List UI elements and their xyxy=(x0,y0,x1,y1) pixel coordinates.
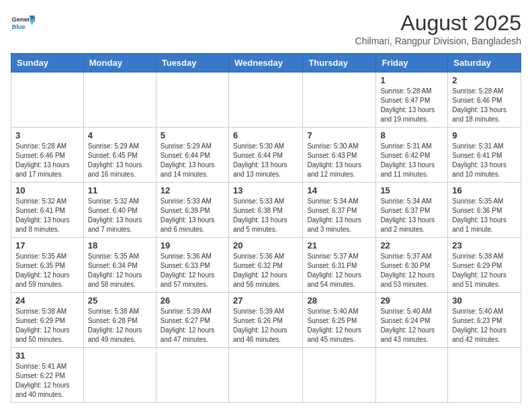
day-info: Sunrise: 5:38 AM Sunset: 6:28 PM Dayligh… xyxy=(88,307,152,345)
svg-text:Blue: Blue xyxy=(11,24,25,30)
day-info: Sunrise: 5:30 AM Sunset: 6:43 PM Dayligh… xyxy=(307,142,371,179)
day-info: Sunrise: 5:37 AM Sunset: 6:30 PM Dayligh… xyxy=(380,252,443,289)
calendar-cell xyxy=(376,348,448,403)
day-number: 4 xyxy=(88,130,152,140)
calendar-cell xyxy=(303,73,376,128)
calendar-cell: 11Sunrise: 5:32 AM Sunset: 6:40 PM Dayli… xyxy=(83,183,156,238)
calendar-cell: 17Sunrise: 5:35 AM Sunset: 6:35 PM Dayli… xyxy=(11,238,84,293)
day-number: 23 xyxy=(452,240,517,250)
calendar-cell: 6Sunrise: 5:30 AM Sunset: 6:44 PM Daylig… xyxy=(228,128,302,183)
calendar-cell: 12Sunrise: 5:33 AM Sunset: 6:39 PM Dayli… xyxy=(156,183,228,238)
day-header-wednesday: Wednesday xyxy=(228,54,302,73)
day-number: 16 xyxy=(452,185,517,195)
calendar-cell xyxy=(156,73,228,128)
day-info: Sunrise: 5:31 AM Sunset: 6:41 PM Dayligh… xyxy=(452,142,517,179)
calendar-cell: 25Sunrise: 5:38 AM Sunset: 6:28 PM Dayli… xyxy=(83,293,156,348)
day-number: 17 xyxy=(15,240,79,250)
day-info: Sunrise: 5:36 AM Sunset: 6:32 PM Dayligh… xyxy=(233,252,298,289)
calendar-table: SundayMondayTuesdayWednesdayThursdayFrid… xyxy=(11,53,521,403)
day-number: 7 xyxy=(307,130,371,140)
month-year-title: August 2025 xyxy=(355,11,521,36)
day-info: Sunrise: 5:40 AM Sunset: 6:23 PM Dayligh… xyxy=(452,307,517,345)
calendar-cell: 26Sunrise: 5:39 AM Sunset: 6:27 PM Dayli… xyxy=(156,293,228,348)
calendar-week-row: 3Sunrise: 5:28 AM Sunset: 6:46 PM Daylig… xyxy=(11,128,521,183)
day-info: Sunrise: 5:39 AM Sunset: 6:26 PM Dayligh… xyxy=(233,307,298,345)
day-info: Sunrise: 5:40 AM Sunset: 6:25 PM Dayligh… xyxy=(307,307,371,345)
day-number: 6 xyxy=(233,130,298,140)
day-number: 27 xyxy=(233,295,298,306)
calendar-cell: 27Sunrise: 5:39 AM Sunset: 6:26 PM Dayli… xyxy=(228,293,302,348)
day-info: Sunrise: 5:41 AM Sunset: 6:22 PM Dayligh… xyxy=(15,362,79,400)
logo: General Blue xyxy=(11,11,35,35)
day-header-sunday: Sunday xyxy=(11,54,84,73)
day-number: 14 xyxy=(307,185,371,195)
calendar-cell: 19Sunrise: 5:36 AM Sunset: 6:33 PM Dayli… xyxy=(156,238,228,293)
day-header-tuesday: Tuesday xyxy=(156,54,228,73)
day-header-friday: Friday xyxy=(376,54,448,73)
calendar-cell: 1Sunrise: 5:28 AM Sunset: 6:47 PM Daylig… xyxy=(376,73,448,128)
day-info: Sunrise: 5:33 AM Sunset: 6:38 PM Dayligh… xyxy=(233,197,298,234)
calendar-week-row: 17Sunrise: 5:35 AM Sunset: 6:35 PM Dayli… xyxy=(11,238,521,293)
day-number: 11 xyxy=(88,185,152,195)
day-info: Sunrise: 5:34 AM Sunset: 6:37 PM Dayligh… xyxy=(380,197,443,234)
calendar-header-row: SundayMondayTuesdayWednesdayThursdayFrid… xyxy=(11,54,521,73)
day-number: 28 xyxy=(307,295,371,306)
day-info: Sunrise: 5:35 AM Sunset: 6:34 PM Dayligh… xyxy=(88,252,152,289)
day-number: 29 xyxy=(380,295,443,306)
calendar-cell: 10Sunrise: 5:32 AM Sunset: 6:41 PM Dayli… xyxy=(11,183,84,238)
calendar-cell xyxy=(11,73,84,128)
calendar-cell: 31Sunrise: 5:41 AM Sunset: 6:22 PM Dayli… xyxy=(11,348,84,403)
day-number: 9 xyxy=(452,130,517,140)
calendar-cell: 5Sunrise: 5:29 AM Sunset: 6:44 PM Daylig… xyxy=(156,128,228,183)
calendar-week-row: 1Sunrise: 5:28 AM Sunset: 6:47 PM Daylig… xyxy=(11,73,521,128)
calendar-cell: 3Sunrise: 5:28 AM Sunset: 6:46 PM Daylig… xyxy=(11,128,84,183)
title-section: August 2025 Chilmari, Rangpur Division, … xyxy=(355,11,521,46)
day-header-monday: Monday xyxy=(83,54,156,73)
calendar-cell xyxy=(83,348,156,403)
day-info: Sunrise: 5:39 AM Sunset: 6:27 PM Dayligh… xyxy=(161,307,224,345)
calendar-cell: 21Sunrise: 5:37 AM Sunset: 6:31 PM Dayli… xyxy=(303,238,376,293)
day-info: Sunrise: 5:29 AM Sunset: 6:44 PM Dayligh… xyxy=(161,142,224,179)
calendar-cell xyxy=(228,73,302,128)
day-info: Sunrise: 5:40 AM Sunset: 6:24 PM Dayligh… xyxy=(380,307,443,345)
day-info: Sunrise: 5:33 AM Sunset: 6:39 PM Dayligh… xyxy=(161,197,224,234)
calendar-cell: 28Sunrise: 5:40 AM Sunset: 6:25 PM Dayli… xyxy=(303,293,376,348)
calendar-cell: 23Sunrise: 5:38 AM Sunset: 6:29 PM Dayli… xyxy=(448,238,521,293)
day-header-saturday: Saturday xyxy=(448,54,521,73)
day-number: 22 xyxy=(380,240,443,250)
calendar-cell: 30Sunrise: 5:40 AM Sunset: 6:23 PM Dayli… xyxy=(448,293,521,348)
day-info: Sunrise: 5:35 AM Sunset: 6:36 PM Dayligh… xyxy=(452,197,517,234)
calendar-cell: 13Sunrise: 5:33 AM Sunset: 6:38 PM Dayli… xyxy=(228,183,302,238)
calendar-cell: 4Sunrise: 5:29 AM Sunset: 6:45 PM Daylig… xyxy=(83,128,156,183)
calendar-cell: 14Sunrise: 5:34 AM Sunset: 6:37 PM Dayli… xyxy=(303,183,376,238)
calendar-cell: 29Sunrise: 5:40 AM Sunset: 6:24 PM Dayli… xyxy=(376,293,448,348)
day-info: Sunrise: 5:36 AM Sunset: 6:33 PM Dayligh… xyxy=(161,252,224,289)
calendar-week-row: 31Sunrise: 5:41 AM Sunset: 6:22 PM Dayli… xyxy=(11,348,521,403)
logo-icon: General Blue xyxy=(11,11,35,35)
calendar-cell: 2Sunrise: 5:28 AM Sunset: 6:46 PM Daylig… xyxy=(448,73,521,128)
calendar-cell xyxy=(303,348,376,403)
day-number: 15 xyxy=(380,185,443,195)
calendar-cell: 20Sunrise: 5:36 AM Sunset: 6:32 PM Dayli… xyxy=(228,238,302,293)
day-number: 25 xyxy=(88,295,152,306)
day-number: 12 xyxy=(161,185,224,195)
day-info: Sunrise: 5:32 AM Sunset: 6:41 PM Dayligh… xyxy=(15,197,79,234)
day-info: Sunrise: 5:28 AM Sunset: 6:47 PM Dayligh… xyxy=(380,87,443,124)
day-info: Sunrise: 5:32 AM Sunset: 6:40 PM Dayligh… xyxy=(88,197,152,234)
day-number: 24 xyxy=(15,295,79,306)
calendar-week-row: 10Sunrise: 5:32 AM Sunset: 6:41 PM Dayli… xyxy=(11,183,521,238)
day-number: 2 xyxy=(452,75,517,85)
day-number: 5 xyxy=(161,130,224,140)
day-number: 31 xyxy=(15,351,79,361)
calendar-cell: 9Sunrise: 5:31 AM Sunset: 6:41 PM Daylig… xyxy=(448,128,521,183)
calendar-cell: 7Sunrise: 5:30 AM Sunset: 6:43 PM Daylig… xyxy=(303,128,376,183)
day-number: 30 xyxy=(452,295,517,306)
day-number: 10 xyxy=(15,185,79,195)
calendar-cell xyxy=(156,348,228,403)
day-number: 26 xyxy=(161,295,224,306)
day-number: 20 xyxy=(233,240,298,250)
calendar-cell: 15Sunrise: 5:34 AM Sunset: 6:37 PM Dayli… xyxy=(376,183,448,238)
day-number: 13 xyxy=(233,185,298,195)
day-info: Sunrise: 5:38 AM Sunset: 6:29 PM Dayligh… xyxy=(452,252,517,289)
day-number: 3 xyxy=(15,130,79,140)
